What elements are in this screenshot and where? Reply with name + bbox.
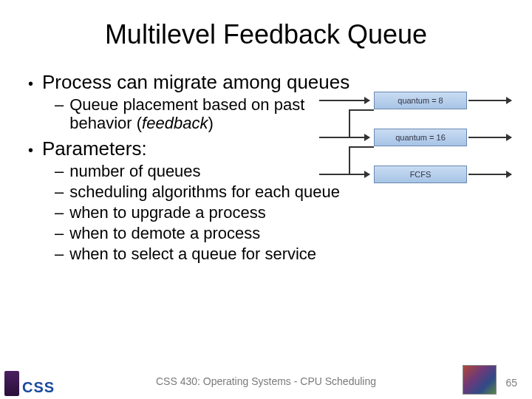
bullet-icon: •	[28, 76, 33, 91]
footer-text: CSS 430: Operating Systems - CPU Schedul…	[0, 375, 532, 387]
param-text: scheduling algorithms for each queue	[69, 183, 340, 202]
queue-row-2: quantum = 16	[319, 127, 511, 149]
dash-icon: –	[55, 203, 64, 222]
param-text: when to select a queue for service	[69, 245, 316, 264]
slide: Multilevel Feedback Queue • Process can …	[0, 0, 532, 399]
bullet-text: Queue placement based on past behavior (…	[69, 95, 321, 133]
logo-left: CSS	[4, 371, 55, 396]
css-logo-text: CSS	[22, 379, 55, 396]
param-text: number of queues	[69, 162, 200, 181]
text-part: )	[208, 114, 213, 132]
uw-logo-icon	[4, 371, 19, 396]
bullet-text: Parameters:	[42, 137, 147, 160]
queue-box: FCFS	[374, 166, 467, 183]
queue-diagram: quantum = 8 quantum = 16 FCFS	[319, 87, 511, 191]
bullet-text: Process can migrate among queues	[42, 71, 349, 94]
dash-icon: –	[55, 95, 64, 115]
param-item: – when to upgrade a process	[55, 203, 511, 222]
slide-title: Multilevel Feedback Queue	[21, 19, 511, 50]
arrow-in-icon	[319, 100, 369, 101]
textbook-thumbnail-icon	[463, 365, 497, 395]
connector-icon	[349, 146, 374, 148]
arrow-out-icon	[468, 137, 511, 138]
dash-icon: –	[55, 183, 64, 202]
queue-box: quantum = 16	[374, 129, 467, 146]
dash-icon: –	[55, 245, 64, 264]
param-item: – when to select a queue for service	[55, 245, 511, 264]
arrow-out-icon	[468, 174, 511, 175]
queue-row-1: quantum = 8	[319, 90, 511, 112]
param-text: when to demote a process	[69, 224, 260, 243]
arrow-in-icon	[319, 174, 369, 175]
connector-icon	[349, 109, 374, 111]
text-emph: feedback	[142, 114, 208, 132]
arrow-out-icon	[468, 100, 511, 101]
queue-box: quantum = 8	[374, 92, 467, 109]
arrow-in-icon	[319, 137, 369, 138]
param-text: when to upgrade a process	[69, 203, 265, 222]
page-number: 65	[505, 377, 517, 389]
param-item: – when to demote a process	[55, 224, 511, 243]
queue-row-3: FCFS	[319, 164, 511, 186]
dash-icon: –	[55, 162, 64, 181]
dash-icon: –	[55, 224, 64, 243]
bullet-icon: •	[28, 143, 33, 157]
